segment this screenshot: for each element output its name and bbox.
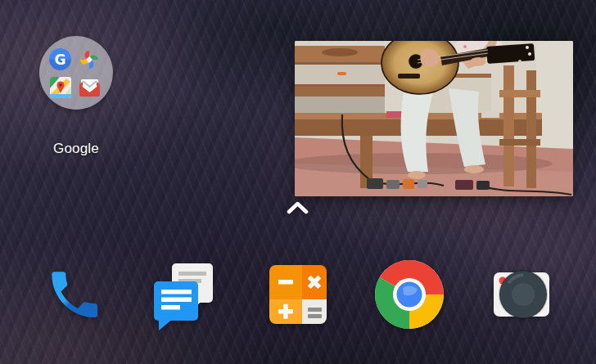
dock-item-calculator[interactable]: [262, 258, 334, 330]
svg-text:G: G: [55, 52, 66, 68]
chrome-icon: [373, 258, 445, 330]
photos-icon: [79, 49, 100, 70]
maps-icon: [50, 77, 71, 98]
dock-item-phone[interactable]: [38, 258, 111, 330]
camera-icon: [485, 258, 558, 330]
google-folder[interactable]: G: [39, 36, 113, 110]
android-home-screen: G Google: [0, 0, 596, 364]
folder-label: Google: [31, 141, 121, 157]
calculator-icon: [262, 258, 334, 330]
messenger-icon: [151, 258, 223, 330]
folder-disc: [39, 36, 113, 110]
dock-item-camera[interactable]: [485, 258, 558, 330]
floating-video-window[interactable]: [295, 41, 573, 196]
gmail-icon: [79, 77, 101, 98]
app-drawer-chevron-icon[interactable]: [287, 200, 309, 215]
video-content: [295, 41, 573, 196]
dock-item-messenger[interactable]: [151, 258, 223, 330]
phone-icon: [38, 258, 111, 330]
dock-item-chrome[interactable]: [373, 258, 445, 330]
google-app-icon: G: [49, 48, 71, 70]
